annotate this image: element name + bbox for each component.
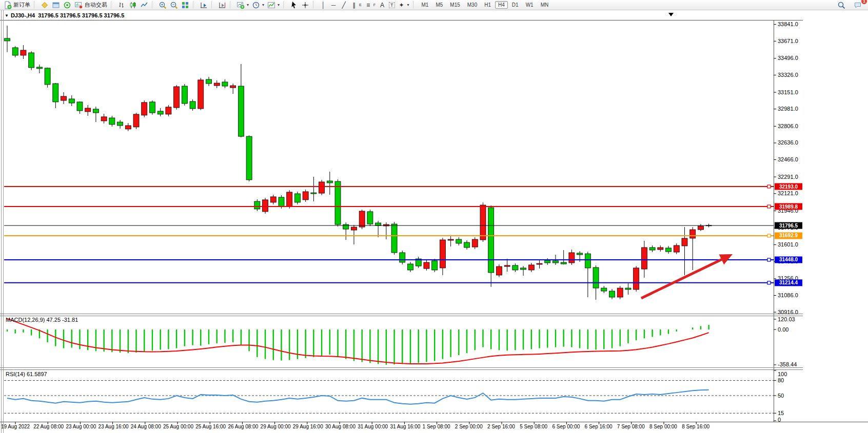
timeframe-m30[interactable]: M30 — [464, 1, 480, 9]
timeframe-w1[interactable]: W1 — [523, 1, 537, 9]
zoom-in-button[interactable] — [157, 1, 168, 10]
channel-icon: ∥ — [350, 2, 358, 9]
channel-button[interactable]: ∥E — [349, 1, 363, 10]
toolbar-separator — [283, 2, 287, 8]
strategy-tester-button[interactable] — [62, 1, 73, 10]
auto-scroll-icon — [200, 1, 208, 9]
new-order-icon — [4, 1, 12, 9]
svg-text:120.03: 120.03 — [778, 316, 795, 322]
autotrading-button[interactable]: 自动交易 — [73, 1, 109, 10]
fibonacci-button[interactable]: ≡F — [363, 1, 377, 10]
svg-text:24 Aug 08:00: 24 Aug 08:00 — [131, 424, 161, 429]
timeframe-mn[interactable]: MN — [538, 1, 552, 9]
svg-text:23 Aug 00:00: 23 Aug 00:00 — [66, 424, 96, 429]
zoom-out-button[interactable] — [168, 1, 180, 10]
main-toolbar: 新订单 自动交易 ▾ — [0, 0, 868, 10]
svg-text:31 Aug 00:00: 31 Aug 00:00 — [358, 424, 388, 429]
svg-text:5 Sep 08:00: 5 Sep 08:00 — [520, 424, 547, 429]
text-label-button[interactable]: T — [387, 1, 397, 10]
svg-text:22 Aug 08:00: 22 Aug 08:00 — [33, 424, 64, 429]
text-label-icon: T — [389, 2, 395, 8]
svg-text:32193.0: 32193.0 — [779, 184, 798, 190]
chart-shift-marker-icon[interactable] — [668, 13, 674, 16]
tile-windows-button[interactable] — [180, 1, 191, 10]
market-watch-button[interactable] — [50, 1, 62, 10]
indicators-button[interactable]: ▾ — [266, 1, 281, 10]
new-chart-button[interactable]: ▾ — [235, 1, 250, 10]
toolbar-separator — [230, 2, 233, 8]
timeframe-h1[interactable]: H1 — [481, 1, 494, 9]
window-icon — [52, 1, 60, 9]
timeframe-h4[interactable]: H4 — [495, 1, 508, 9]
vertical-line-icon: │ — [320, 2, 327, 9]
clock-icon — [252, 1, 260, 9]
svg-text:25 Aug 00:00: 25 Aug 00:00 — [163, 424, 193, 429]
diamond-icon — [41, 1, 49, 9]
chart-candles-button[interactable] — [127, 1, 139, 10]
svg-text:8 Sep 16:00: 8 Sep 16:00 — [682, 424, 709, 429]
toolbar-separator — [413, 2, 417, 8]
timeframe-toolbar: M1M5M15M30H1H4D1W1MN — [418, 1, 553, 9]
chart-line-button[interactable] — [139, 1, 150, 10]
svg-text:33671.0: 33671.0 — [778, 38, 798, 44]
autotrading-label: 自动交易 — [85, 1, 107, 9]
horizontal-line-button[interactable]: ─ — [328, 1, 339, 10]
symbol-dropdown-icon[interactable]: ▼ — [5, 13, 9, 18]
crosshair-icon — [301, 1, 309, 9]
new-order-label: 新订单 — [13, 1, 30, 9]
svg-text:30916.0: 30916.0 — [778, 309, 798, 315]
trendline-button[interactable]: ╱ — [339, 1, 349, 10]
svg-text:32291.0: 32291.0 — [778, 174, 798, 180]
chat-button[interactable]: 1 — [852, 1, 864, 10]
timeframe-d1[interactable]: D1 — [509, 1, 522, 9]
svg-text:2 Sep 00:00: 2 Sep 00:00 — [455, 424, 483, 429]
caret-down-icon: ▾ — [407, 3, 409, 7]
chart-shift-button[interactable] — [216, 1, 228, 10]
svg-text:RSI(14) 61.5897: RSI(14) 61.5897 — [6, 371, 47, 377]
chart-header: ▼DJ30-,H4 31796.5 31796.5 31796.5 31796.… — [5, 12, 124, 18]
toolbar-separator — [193, 2, 196, 8]
crosshair-button[interactable] — [300, 1, 311, 10]
svg-text:31 Aug 16:00: 31 Aug 16:00 — [390, 424, 420, 429]
search-icon — [837, 1, 845, 9]
svg-text:26 Aug 08:00: 26 Aug 08:00 — [228, 424, 258, 429]
tile-windows-icon — [181, 1, 189, 9]
timeframe-m5[interactable]: M5 — [432, 1, 446, 9]
chart-canvas[interactable]: 33841.033671.033496.033326.033151.032981… — [0, 0, 868, 433]
text-button[interactable]: A — [377, 1, 387, 10]
zoom-in-icon — [159, 1, 167, 9]
ohlc-quote-label: 31796.5 31796.5 31796.5 31796.5 — [38, 12, 124, 18]
svg-text:0: 0 — [778, 417, 781, 423]
chart-shift-icon — [218, 1, 226, 9]
auto-scroll-button[interactable] — [198, 1, 209, 10]
search-button[interactable] — [836, 1, 847, 10]
svg-text:31989.8: 31989.8 — [779, 204, 798, 210]
metaeditor-button[interactable] — [39, 1, 50, 10]
arrows-icon: ✦ — [398, 2, 405, 9]
svg-text:-358.44: -358.44 — [778, 361, 797, 367]
vertical-line-button[interactable]: │ — [318, 1, 328, 10]
svg-text:6 Sep 16:00: 6 Sep 16:00 — [585, 424, 613, 429]
periods-button[interactable]: ▾ — [250, 1, 266, 10]
zoom-out-icon — [170, 1, 178, 9]
arrows-button[interactable]: ✦▾ — [397, 1, 411, 10]
svg-text:31214.4: 31214.4 — [779, 280, 798, 285]
svg-text:6 Sep 00:00: 6 Sep 00:00 — [552, 424, 580, 429]
autotrading-icon — [74, 1, 83, 9]
timeframe-m15[interactable]: M15 — [447, 1, 463, 9]
new-order-button[interactable]: 新订单 — [2, 1, 32, 10]
svg-text:2 Sep 16:00: 2 Sep 16:00 — [487, 424, 515, 429]
cursor-button[interactable] — [288, 1, 300, 10]
svg-text:32466.0: 32466.0 — [778, 156, 798, 162]
svg-text:32806.0: 32806.0 — [778, 123, 798, 129]
svg-text:32636.0: 32636.0 — [778, 139, 798, 146]
chart-bars-button[interactable] — [116, 1, 127, 10]
svg-text:MACD(12,26,9) 47.25 -31.81: MACD(12,26,9) 47.25 -31.81 — [6, 317, 78, 323]
svg-text:33326.0: 33326.0 — [778, 72, 798, 78]
svg-text:100: 100 — [778, 371, 787, 377]
timeframe-m1[interactable]: M1 — [419, 1, 432, 9]
svg-text:31601.0: 31601.0 — [778, 241, 798, 248]
toolbar-separator — [111, 2, 114, 8]
toolbar-right-group: 1 — [836, 1, 868, 10]
notification-badge: 1 — [861, 0, 867, 5]
